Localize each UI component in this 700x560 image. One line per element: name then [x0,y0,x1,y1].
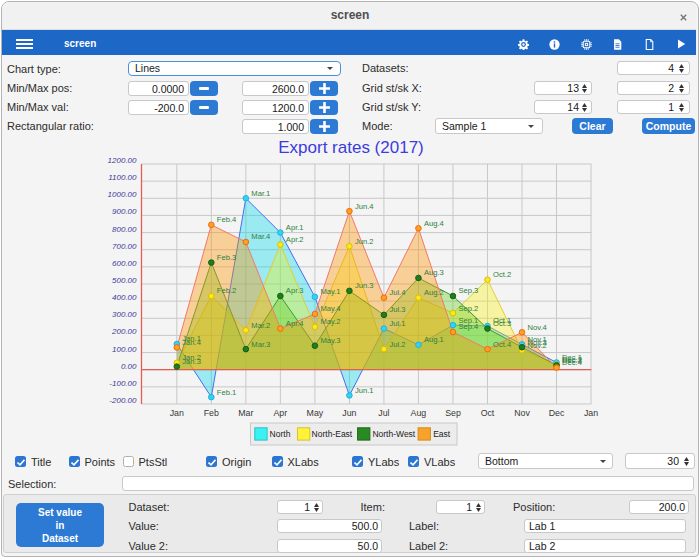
svg-text:1200.00: 1200.00 [108,156,137,165]
svg-text:Mar.2: Mar.2 [251,321,270,330]
svg-text:-100.00: -100.00 [109,379,137,388]
svg-text:800.00: 800.00 [112,225,137,234]
svg-text:Sep.3: Sep.3 [458,286,478,295]
svg-text:North-West: North-West [372,429,415,439]
svg-text:North: North [270,429,291,439]
svg-text:600.00: 600.00 [112,259,137,268]
svg-text:Jul.1: Jul.1 [389,319,405,328]
svg-text:-200.00: -200.00 [109,396,137,405]
svg-text:Feb: Feb [204,408,219,418]
svg-text:May: May [307,408,324,418]
svg-text:Apr.4: Apr.4 [286,319,304,328]
svg-text:Nov.3: Nov.3 [528,338,547,347]
svg-text:Feb.1: Feb.1 [217,388,236,397]
svg-text:Feb.2: Feb.2 [217,286,236,295]
svg-text:Aug.4: Aug.4 [424,219,444,228]
svg-text:Sep: Sep [445,408,461,418]
svg-text:1100.00: 1100.00 [108,173,137,182]
svg-text:May.4: May.4 [320,304,340,313]
svg-text:500.00: 500.00 [112,276,137,285]
svg-text:100.00: 100.00 [112,345,137,354]
svg-text:700.00: 700.00 [112,242,137,251]
svg-text:Oct.4: Oct.4 [493,340,511,349]
svg-text:Aug.2: Aug.2 [424,288,444,297]
svg-text:Oct: Oct [481,408,495,418]
svg-text:Dec.4: Dec.4 [562,358,582,367]
svg-text:East: East [433,429,451,439]
svg-text:Feb.4: Feb.4 [217,215,236,224]
svg-text:Oct.3: Oct.3 [493,319,511,328]
svg-text:Jun.3: Jun.3 [355,281,374,290]
svg-text:Dec: Dec [549,408,565,418]
svg-text:Jan: Jan [170,408,184,418]
svg-text:Jan.3: Jan.3 [182,357,201,366]
svg-text:200.00: 200.00 [111,327,137,336]
svg-text:Jun: Jun [342,408,356,418]
svg-text:Nov: Nov [514,408,530,418]
svg-text:300.00: 300.00 [112,310,137,319]
svg-text:Jul.3: Jul.3 [389,305,405,314]
svg-text:Jun.1: Jun.1 [355,386,374,395]
svg-text:Mar: Mar [238,408,253,418]
svg-text:Jul.2: Jul.2 [389,340,405,349]
svg-text:Aug: Aug [411,408,427,418]
svg-text:Aug.3: Aug.3 [424,268,444,277]
svg-text:Jan: Jan [584,408,598,418]
svg-text:Nov.4: Nov.4 [528,323,547,332]
svg-text:Mar.4: Mar.4 [251,232,270,241]
svg-text:Jan.4: Jan.4 [182,338,201,347]
svg-text:Mar.3: Mar.3 [251,340,270,349]
svg-text:Feb.3: Feb.3 [217,253,236,262]
svg-text:Jul.4: Jul.4 [389,288,405,297]
svg-text:Apr.1: Apr.1 [286,223,304,232]
svg-text:Sep.4: Sep.4 [458,322,478,331]
svg-text:North-East: North-East [312,429,353,439]
svg-text:Jun.2: Jun.2 [355,237,374,246]
svg-text:Jun.4: Jun.4 [355,202,374,211]
svg-text:Mar.1: Mar.1 [251,189,270,198]
svg-text:0.00: 0.00 [121,362,137,371]
svg-text:Jul: Jul [378,408,389,418]
svg-text:May.2: May.2 [320,317,340,326]
svg-text:Oct.2: Oct.2 [493,270,511,279]
svg-text:900.00: 900.00 [112,207,137,216]
svg-text:Apr: Apr [274,408,288,418]
svg-text:Export rates (2017): Export rates (2017) [278,138,424,157]
svg-text:Aug.1: Aug.1 [424,335,444,344]
svg-text:1000.00: 1000.00 [108,190,137,199]
svg-text:Apr.2: Apr.2 [286,235,304,244]
svg-text:Sep.2: Sep.2 [458,304,478,313]
svg-text:May.3: May.3 [320,336,340,345]
svg-text:May.1: May.1 [320,287,340,296]
svg-text:Apr.3: Apr.3 [286,286,304,295]
svg-text:400.00: 400.00 [112,293,137,302]
